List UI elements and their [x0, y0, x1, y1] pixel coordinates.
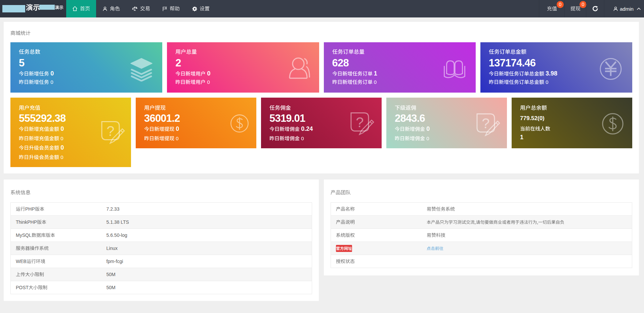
svg-text:?: ? [482, 115, 489, 131]
svg-text:?: ? [356, 114, 363, 130]
svg-text:?: ? [106, 123, 114, 139]
